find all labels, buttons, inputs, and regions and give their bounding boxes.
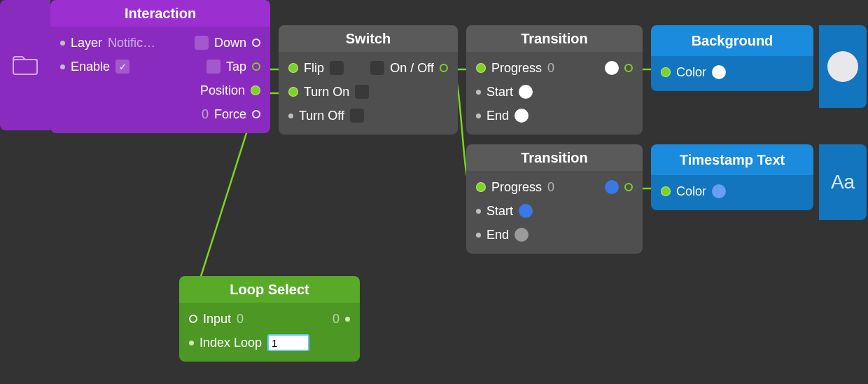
tap-checkbox[interactable] [206,60,220,74]
end-swatch[interactable] [514,228,528,242]
progress-label: Progress [491,180,542,195]
end-label: End [486,109,509,123]
progress-value[interactable]: 0 [547,180,554,195]
port-out[interactable] [624,64,633,72]
port-out-ring[interactable] [252,110,260,118]
node-transition-1[interactable]: Transition Progress 0 Start End [466,25,643,135]
turnon-checkbox[interactable] [355,85,369,99]
start-swatch[interactable] [519,85,533,99]
port-in-flip[interactable] [288,63,298,73]
port-out-onoff[interactable] [440,64,448,72]
progress-label: Progress [491,61,542,76]
start-swatch[interactable] [519,204,533,218]
port-out-ring[interactable] [252,39,260,47]
port-in-color[interactable] [661,186,671,196]
flip-label: Flip [304,61,324,76]
port-in-color[interactable] [661,67,671,77]
shape-preview-icon [827,51,858,82]
node-loop-select[interactable]: Loop Select Input 0 0 Index Loop 1 [179,276,360,362]
onoff-checkbox[interactable] [370,61,384,75]
down-label: Down [214,36,246,50]
tap-label: Tap [226,60,246,74]
background-preview [819,25,867,108]
port-dot[interactable] [476,209,481,214]
enable-checkbox[interactable]: ✓ [115,60,130,74]
port-in-progress[interactable] [476,63,486,73]
index-label: Index Loop [200,336,262,350]
port-dot[interactable] [288,114,293,118]
port-in-progress[interactable] [476,182,486,192]
node-transition-2[interactable]: Transition Progress 0 Start End [466,144,643,254]
node-background[interactable]: Background Color [651,25,813,91]
port-dot[interactable] [60,64,65,69]
port-dot[interactable] [189,341,194,345]
force-value[interactable]: 0 [202,107,209,122]
turnon-label: Turn On [304,85,349,100]
folder-icon [13,55,38,75]
input-label: Input [203,312,231,327]
node-timestamp-text[interactable]: Timestamp Text Color [651,144,813,210]
color-label: Color [676,184,706,199]
layer-label: Layer [71,36,102,50]
node-title: Timestamp Text [651,144,813,175]
end-label: End [486,228,509,242]
port-dot[interactable] [476,114,481,118]
force-label: Force [214,107,246,122]
color-swatch[interactable] [712,184,726,198]
flip-checkbox[interactable] [330,61,344,75]
down-checkbox[interactable] [195,36,209,50]
output-swatch [605,61,619,75]
input-out-value: 0 [332,312,340,327]
port-in-input[interactable] [189,315,197,323]
node-title: Interaction [50,0,270,27]
port-in-turnon[interactable] [288,87,298,97]
port-out[interactable] [624,183,633,191]
port-out-tap[interactable] [252,62,260,71]
turnoff-checkbox[interactable] [350,109,364,123]
onoff-label: On / Off [390,61,434,76]
port-dot[interactable] [60,41,65,46]
turnoff-label: Turn Off [299,109,344,123]
node-title: Transition [466,144,643,171]
color-label: Color [676,65,706,80]
svg-rect-6 [13,60,37,74]
layer-value[interactable]: Notific… [108,36,155,50]
position-label: Position [200,83,245,98]
input-value[interactable]: 0 [237,312,244,327]
text-glyph-icon: Aa [831,171,855,193]
port-dot[interactable] [476,90,481,95]
node-title: Switch [279,25,458,52]
node-title: Transition [466,25,643,52]
end-swatch[interactable] [514,109,528,123]
group-folder-icon-block[interactable] [0,0,50,130]
timestamp-preview: Aa [819,144,867,220]
enable-label: Enable [71,60,110,74]
node-interaction[interactable]: Interaction Layer Notific… Down Enable ✓ [50,0,270,133]
node-title: Background [651,25,813,56]
start-label: Start [486,85,513,100]
index-input[interactable]: 1 [267,334,309,351]
color-swatch[interactable] [712,65,726,79]
port-out-position[interactable] [251,85,260,95]
port-out[interactable] [345,317,350,322]
port-dot[interactable] [476,233,481,238]
progress-value[interactable]: 0 [547,61,554,76]
output-swatch [605,180,619,194]
node-title: Loop Select [179,276,360,303]
node-switch[interactable]: Switch Flip On / Off Turn On [279,25,458,135]
start-label: Start [486,204,513,219]
